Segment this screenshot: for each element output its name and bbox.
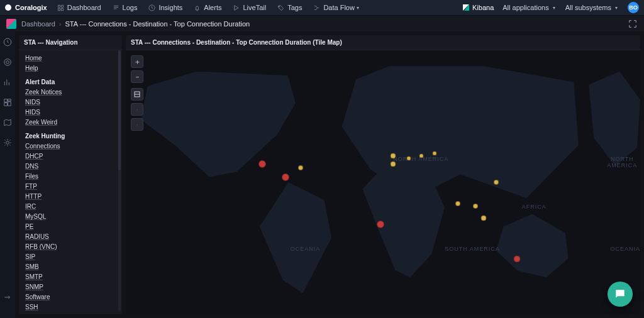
topnav-label: Tags: [287, 4, 302, 11]
kibana-link[interactable]: Kibana: [463, 4, 494, 11]
continent-shape: [496, 214, 569, 277]
nav-link-software[interactable]: Software: [25, 293, 116, 301]
nav-link-ssh[interactable]: SSH: [25, 303, 116, 311]
flow-icon: [313, 4, 320, 11]
map-label-oceania-2: OCEANIA: [610, 246, 640, 252]
nav-scrollbar-thumb[interactable]: [118, 50, 121, 170]
map-point[interactable]: [473, 204, 478, 209]
map-point[interactable]: [419, 154, 424, 158]
map-point[interactable]: [391, 161, 396, 167]
nav-link-home[interactable]: Home: [25, 54, 116, 62]
fit-bounds-button[interactable]: [131, 88, 143, 101]
topnav-label: Alerts: [204, 4, 221, 11]
caret-down-icon: ▾: [615, 5, 618, 11]
topnav-label: Dashboard: [67, 4, 101, 11]
continent-shape: [142, 72, 296, 177]
nav-link-dns[interactable]: DNS: [25, 162, 116, 170]
nav-link-smb[interactable]: SMB: [25, 263, 116, 271]
nav-link-ftp[interactable]: FTP: [25, 182, 116, 190]
nav-link-http[interactable]: HTTP: [25, 192, 116, 200]
nav-link-ssl-tls[interactable]: SSL/TLS: [25, 313, 116, 314]
topnav-label: Data Flow: [323, 4, 355, 11]
zoom-out-button[interactable]: －: [131, 70, 143, 83]
nav-link-files[interactable]: Files: [25, 172, 116, 180]
map-label-oceania-1: OCEANIA: [291, 246, 321, 252]
nav-link-irc[interactable]: IRC: [25, 202, 116, 211]
nav-section-heading: Alert Data: [25, 79, 116, 85]
map-point[interactable]: [455, 201, 460, 206]
left-rail: [0, 31, 15, 318]
top-nav: Coralogix DashboardLogsInsightsAlertsLiv…: [0, 0, 644, 16]
continent-shape: [260, 182, 332, 293]
dropdown-label: All applications: [502, 4, 548, 11]
target-icon[interactable]: [3, 58, 12, 67]
nav-link-pe[interactable]: PE: [25, 222, 116, 231]
map-point[interactable]: [391, 153, 396, 159]
clock-icon[interactable]: [3, 38, 12, 47]
topnav-tags[interactable]: Tags: [277, 4, 302, 11]
breadcrumb-separator-icon: ›: [59, 20, 62, 28]
map-point[interactable]: [494, 180, 499, 185]
kibana-icon: [463, 4, 469, 11]
brand[interactable]: Coralogix: [5, 4, 47, 11]
map-point[interactable]: [258, 160, 266, 168]
top-dropdown-all-applications[interactable]: All applications▾: [502, 4, 555, 11]
bell-icon: [194, 4, 201, 11]
topnav-alerts[interactable]: Alerts: [194, 4, 221, 11]
tile-map[interactable]: NORTH AMERICA NORTH AMERICA SOUTH AMERIC…: [126, 50, 640, 314]
zoom-disabled-2: ·: [131, 118, 143, 131]
nav-scrollbar[interactable]: [118, 50, 121, 312]
user-avatar[interactable]: BO: [628, 2, 639, 13]
nav-link-dhcp[interactable]: DHCP: [25, 152, 116, 160]
kibana-label: Kibana: [472, 4, 494, 11]
nav-link-sip[interactable]: SIP: [25, 253, 116, 261]
navigation-panel-title: STA --- Navigation: [19, 35, 122, 50]
map-point[interactable]: [377, 221, 384, 228]
topnav-livetail[interactable]: LiveTail: [233, 4, 266, 11]
nav-link-zeek-notices[interactable]: Zeek Notices: [25, 88, 116, 96]
nav-link-nids[interactable]: NIDS: [25, 98, 116, 106]
zoom-in-button[interactable]: ＋: [131, 55, 143, 68]
map-point[interactable]: [298, 165, 303, 170]
breadcrumb-current: STA --- Connections - Destination - Top …: [65, 20, 250, 28]
nav-link-mysql[interactable]: MySQL: [25, 212, 116, 221]
map-point[interactable]: [480, 215, 486, 221]
map-panel-title: STA --- Connections - Destination - Top …: [126, 35, 640, 50]
nav-link-rfb-vnc-[interactable]: RFB (VNC): [25, 243, 116, 251]
topnav-dashboard[interactable]: Dashboard: [57, 4, 101, 11]
settings-icon[interactable]: [3, 138, 12, 147]
zoom-disabled-1: ·: [131, 103, 143, 116]
map-icon[interactable]: [3, 118, 12, 127]
visualize-icon[interactable]: [3, 78, 12, 87]
nav-link-zeek-weird[interactable]: Zeek Weird: [25, 118, 116, 126]
map-label-africa: AFRICA: [522, 204, 547, 210]
support-chat-button[interactable]: [608, 282, 633, 307]
chat-icon: [614, 288, 626, 300]
breadcrumb-root[interactable]: Dashboard: [21, 20, 55, 28]
map-point[interactable]: [406, 156, 411, 161]
map-point[interactable]: [282, 173, 289, 181]
nav-link-connections[interactable]: Connections: [25, 142, 116, 150]
kibana-app-icon[interactable]: [6, 19, 16, 29]
breadcrumb: Dashboard › STA --- Connections - Destin…: [21, 20, 250, 28]
caret-down-icon: ▾: [357, 5, 359, 11]
nav-link-radius[interactable]: RADIUS: [25, 233, 116, 241]
dashboard-icon[interactable]: [3, 98, 12, 107]
brand-dot-icon: [5, 4, 11, 11]
fit-bounds-icon: [134, 91, 140, 97]
nav-section-heading: Zeek Hunting: [25, 133, 116, 140]
nav-link-snmp[interactable]: SNMP: [25, 283, 116, 291]
nav-link-smtp[interactable]: SMTP: [25, 273, 116, 281]
map-point[interactable]: [432, 151, 436, 155]
topnav-label: Logs: [123, 4, 138, 11]
collapse-rail-icon[interactable]: [3, 293, 12, 302]
nav-link-help[interactable]: Help: [25, 64, 116, 72]
topnav-data-flow[interactable]: Data Flow▾: [313, 4, 359, 11]
topnav-logs[interactable]: Logs: [113, 4, 138, 11]
fullscreen-icon[interactable]: [628, 19, 638, 29]
map-point[interactable]: [513, 255, 520, 262]
topnav-insights[interactable]: Insights: [148, 4, 182, 11]
top-dropdown-all-subsystems[interactable]: All subsystems▾: [565, 4, 618, 11]
nav-link-hids[interactable]: HIDS: [25, 108, 116, 116]
map-label-south-america: SOUTH AMERICA: [445, 246, 500, 252]
